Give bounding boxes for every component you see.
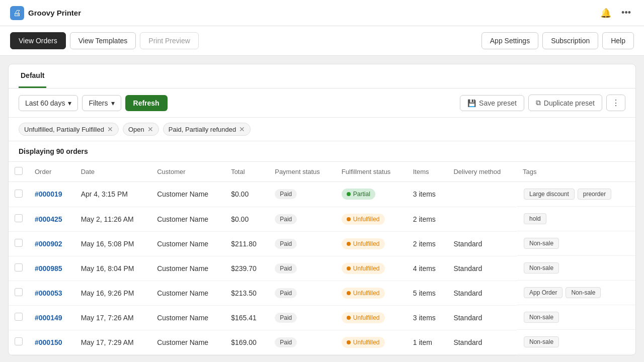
col-header-order: Order bbox=[29, 162, 75, 182]
order-tags: App OrderNon-sale bbox=[517, 281, 635, 305]
view-templates-button[interactable]: View Templates bbox=[70, 32, 136, 49]
order-tags: Non-sale bbox=[517, 305, 635, 330]
order-total: $0.00 bbox=[225, 182, 269, 207]
save-preset-button[interactable]: 💾 Save preset bbox=[460, 95, 524, 111]
order-customer: Customer Name bbox=[151, 256, 225, 281]
row-checkbox[interactable] bbox=[15, 239, 23, 247]
row-checkbox-cell bbox=[9, 182, 29, 207]
main-content: Default Last 60 days ▾ Filters ▾ Refresh… bbox=[8, 64, 636, 355]
col-header-items: Items bbox=[407, 162, 448, 182]
col-header-tags: Tags bbox=[517, 162, 635, 182]
payment-status: Paid bbox=[269, 182, 336, 207]
order-items: 4 items bbox=[407, 256, 448, 281]
tag-pill: App Order bbox=[524, 287, 562, 298]
order-id[interactable]: #000019 bbox=[29, 182, 75, 207]
fulfillment-status: Unfulfilled bbox=[336, 231, 407, 256]
notification-bell-button[interactable]: 🔔 bbox=[597, 5, 614, 22]
table-row: #000425May 2, 11:26 AMCustomer Name$0.00… bbox=[9, 207, 635, 231]
table-row: #000019Apr 4, 3:15 PMCustomer Name$0.00P… bbox=[9, 182, 635, 207]
filters-label: Filters bbox=[89, 99, 108, 107]
order-customer: Customer Name bbox=[151, 231, 225, 256]
row-checkbox-cell bbox=[9, 207, 29, 231]
order-items: 3 items bbox=[407, 305, 448, 330]
row-checkbox[interactable] bbox=[15, 337, 23, 345]
preset-more-button[interactable]: ⋮ bbox=[606, 95, 625, 111]
order-tags: hold bbox=[517, 207, 635, 231]
order-tags: Non-sale bbox=[517, 330, 635, 354]
nav-bar: View Orders View Templates Print Preview… bbox=[0, 26, 644, 56]
nav-right: App Settings Subscription Help bbox=[481, 32, 634, 49]
table-row: #000902May 16, 5:08 PMCustomer Name$211.… bbox=[9, 231, 635, 256]
filter-tag-paid-label: Paid, Partially refunded bbox=[169, 126, 236, 133]
more-options-button[interactable]: ••• bbox=[618, 5, 634, 21]
subscription-button[interactable]: Subscription bbox=[542, 32, 598, 49]
save-preset-label: Save preset bbox=[479, 99, 517, 107]
payment-status: Paid bbox=[269, 207, 336, 231]
tag-pill: Non-sale bbox=[524, 262, 559, 274]
row-checkbox[interactable] bbox=[15, 313, 23, 321]
row-checkbox-cell bbox=[9, 330, 29, 354]
fulfillment-status: Partial bbox=[336, 182, 407, 207]
remove-open-filter[interactable]: ✕ bbox=[147, 125, 153, 133]
app-settings-button[interactable]: App Settings bbox=[481, 32, 538, 49]
col-header-customer: Customer bbox=[151, 162, 225, 182]
select-all-header[interactable] bbox=[9, 162, 29, 182]
order-customer: Customer Name bbox=[151, 182, 225, 207]
tag-pill: Non-sale bbox=[566, 287, 601, 298]
select-all-checkbox[interactable] bbox=[15, 167, 23, 175]
order-id[interactable]: #000902 bbox=[29, 231, 75, 256]
order-total: $213.50 bbox=[225, 281, 269, 305]
help-button[interactable]: Help bbox=[602, 32, 634, 49]
refresh-button[interactable]: Refresh bbox=[125, 95, 168, 111]
filters-dropdown[interactable]: Filters ▾ bbox=[82, 95, 121, 111]
table-header-row: Order Date Customer Total Payment status… bbox=[9, 162, 635, 182]
row-checkbox-cell bbox=[9, 305, 29, 330]
tag-pill: Non-sale bbox=[524, 312, 559, 323]
order-items: 1 item bbox=[407, 330, 448, 354]
payment-status: Paid bbox=[269, 281, 336, 305]
row-checkbox-cell bbox=[9, 281, 29, 305]
top-bar-left: 🖨 Groovy Printer bbox=[10, 6, 81, 20]
order-id[interactable]: #000149 bbox=[29, 305, 75, 330]
col-header-date: Date bbox=[75, 162, 151, 182]
delivery-method bbox=[447, 182, 517, 207]
print-preview-button[interactable]: Print Preview bbox=[140, 32, 198, 49]
payment-status: Paid bbox=[269, 305, 336, 330]
remove-unfulfilled-filter[interactable]: ✕ bbox=[107, 125, 113, 133]
payment-status: Paid bbox=[269, 330, 336, 354]
delivery-method: Standard bbox=[447, 231, 517, 256]
table-row: #000985May 16, 8:04 PMCustomer Name$239.… bbox=[9, 256, 635, 281]
date-range-dropdown[interactable]: Last 60 days ▾ bbox=[19, 95, 78, 111]
order-customer: Customer Name bbox=[151, 305, 225, 330]
duplicate-preset-button[interactable]: ⧉ Duplicate preset bbox=[528, 95, 602, 111]
view-orders-button[interactable]: View Orders bbox=[10, 32, 66, 49]
row-checkbox[interactable] bbox=[15, 190, 23, 198]
chevron-down-icon: ▾ bbox=[111, 99, 115, 107]
order-customer: Customer Name bbox=[151, 207, 225, 231]
delivery-method: Standard bbox=[447, 330, 517, 354]
order-total: $0.00 bbox=[225, 207, 269, 231]
tabs-container: Default bbox=[9, 64, 635, 88]
order-id[interactable]: #000425 bbox=[29, 207, 75, 231]
order-total: $169.00 bbox=[225, 330, 269, 354]
order-id[interactable]: #000053 bbox=[29, 281, 75, 305]
top-bar-right: 🔔 ••• bbox=[597, 5, 634, 22]
order-id[interactable]: #000985 bbox=[29, 256, 75, 281]
duplicate-icon: ⧉ bbox=[536, 99, 541, 107]
app-title: Groovy Printer bbox=[28, 9, 81, 17]
row-checkbox[interactable] bbox=[15, 288, 23, 296]
table-row: #000149May 17, 7:26 AMCustomer Name$165.… bbox=[9, 305, 635, 330]
filter-tag-paid: Paid, Partially refunded ✕ bbox=[163, 123, 251, 136]
date-range-label: Last 60 days bbox=[25, 99, 65, 107]
remove-paid-filter[interactable]: ✕ bbox=[239, 125, 245, 133]
app-icon: 🖨 bbox=[10, 6, 24, 20]
tab-default[interactable]: Default bbox=[19, 64, 46, 88]
col-header-payment: Payment status bbox=[269, 162, 336, 182]
col-header-fulfillment: Fulfillment status bbox=[336, 162, 407, 182]
table-row: #000150May 17, 7:29 AMCustomer Name$169.… bbox=[9, 330, 635, 354]
order-id[interactable]: #000150 bbox=[29, 330, 75, 354]
nav-left: View Orders View Templates Print Preview bbox=[10, 32, 199, 49]
filter-row: Last 60 days ▾ Filters ▾ Refresh 💾 Save … bbox=[9, 88, 635, 118]
row-checkbox[interactable] bbox=[15, 214, 23, 222]
row-checkbox[interactable] bbox=[15, 263, 23, 272]
